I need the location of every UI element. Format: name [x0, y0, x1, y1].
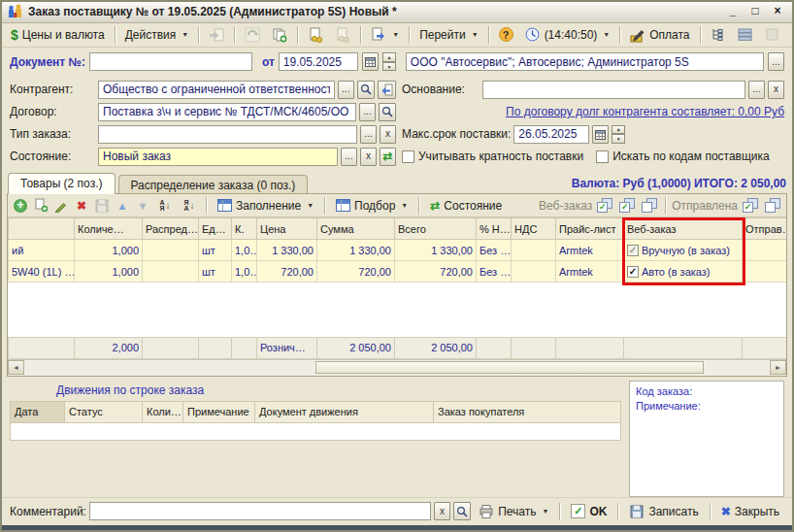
- from-label: от: [262, 55, 275, 69]
- web-order-cell[interactable]: ✓ Авто (в заказ): [627, 266, 739, 278]
- max-term-input[interactable]: [513, 125, 589, 144]
- prices-currency-button[interactable]: $ Цены и валюта: [6, 24, 110, 46]
- checkbox-checked-disabled-icon[interactable]: ✓: [627, 245, 639, 256]
- basis-ellipsis-button[interactable]: ...: [748, 81, 765, 99]
- comment-input[interactable]: [89, 502, 431, 520]
- chevron-down-icon: ▼: [307, 202, 314, 209]
- close-window-button[interactable]: ✖ Закрыть: [716, 501, 784, 522]
- order-type-ellipsis-button[interactable]: ...: [360, 125, 377, 144]
- supplier-codes-checkbox[interactable]: Искать по кодам поставщика: [596, 150, 770, 163]
- move-up-button[interactable]: ▲: [114, 197, 131, 215]
- go-button[interactable]: Перейти▼: [414, 24, 483, 46]
- fill-button[interactable]: Заполнение ▼: [213, 195, 318, 216]
- ok-button[interactable]: ✓ OK: [566, 501, 612, 522]
- checkbox-icon[interactable]: [596, 150, 609, 163]
- comment-clear-button[interactable]: x: [434, 502, 450, 520]
- add-row-button[interactable]: +: [12, 197, 29, 215]
- movements-title: Движения по строке заказа: [56, 383, 621, 397]
- chevron-down-icon: ▼: [182, 31, 188, 38]
- web-order-check-selected-button[interactable]: ✓: [617, 197, 637, 215]
- state-input[interactable]: [98, 148, 338, 166]
- checkbox-icon[interactable]: [402, 150, 414, 163]
- order-type-clear-button[interactable]: x: [380, 125, 396, 144]
- web-order-cell[interactable]: ✓ Вручную (в заказ): [627, 245, 739, 256]
- separator: [198, 26, 199, 44]
- export-document-button[interactable]: ▼: [366, 24, 404, 46]
- max-term-calendar-icon[interactable]: [592, 125, 609, 144]
- contractor-ellipsis-button[interactable]: ...: [338, 81, 354, 99]
- basis-input[interactable]: [482, 81, 745, 99]
- contractor-history-button[interactable]: [378, 81, 396, 99]
- list-settings-button[interactable]: [733, 24, 758, 46]
- maximize-button[interactable]: □: [746, 4, 764, 19]
- state-clear-button[interactable]: x: [360, 148, 377, 166]
- organization-input[interactable]: [406, 52, 764, 71]
- order-type-input[interactable]: [98, 125, 357, 144]
- copy-row-button[interactable]: [32, 197, 50, 215]
- organization-ellipsis-button[interactable]: ...: [768, 52, 784, 71]
- checkbox-checked-icon[interactable]: ✓: [627, 266, 639, 278]
- spin-up-icon[interactable]: ▲: [382, 52, 396, 62]
- contractor-input[interactable]: [98, 81, 335, 99]
- structure-button[interactable]: [706, 24, 731, 46]
- scroll-left-icon[interactable]: ◄: [8, 360, 24, 375]
- max-term-spinner[interactable]: ▲ ▼: [612, 125, 625, 144]
- goods-panel: + ✖ ▲ ▼ АЯ ↓: [7, 193, 787, 377]
- table-row[interactable]: 5W40 (1L) … 1,000 шт 1,0… 720,00 720,00 …: [9, 261, 787, 283]
- sent-check-button[interactable]: ✓: [741, 197, 760, 215]
- print-button[interactable]: Печать ▼: [474, 501, 553, 522]
- tab-distribution[interactable]: Распределение заказа (0 поз.): [118, 175, 309, 194]
- delete-row-button[interactable]: ✖: [73, 197, 90, 215]
- copy-plus-icon: [272, 27, 287, 43]
- close-button[interactable]: ×: [769, 4, 786, 19]
- spin-up-icon[interactable]: ▲: [612, 125, 625, 135]
- help-button[interactable]: ?: [494, 24, 518, 46]
- move-down-button[interactable]: ▼: [134, 197, 151, 215]
- scrollbar-thumb[interactable]: [315, 361, 704, 374]
- state-refresh-button[interactable]: ⇄: [380, 148, 396, 166]
- sort-ascending-button[interactable]: АЯ ↓: [154, 197, 176, 215]
- basis-clear-button[interactable]: x: [768, 81, 784, 99]
- separator: [700, 26, 701, 44]
- sort-descending-button[interactable]: ЯА ↓: [179, 197, 200, 215]
- row-state-button[interactable]: ⇄ Состояние: [425, 195, 507, 216]
- tree-icon: [711, 27, 726, 43]
- multiplicity-checkbox[interactable]: Учитывать кратность поставки: [402, 150, 583, 163]
- fill-from-basis-button: [204, 24, 229, 46]
- spin-down-icon[interactable]: ▼: [382, 62, 396, 72]
- contract-input[interactable]: [98, 103, 356, 121]
- scroll-right-icon[interactable]: ►: [770, 360, 786, 375]
- actions-button[interactable]: Действия▼: [120, 24, 194, 46]
- pick-button[interactable]: Подбор ▼: [331, 195, 413, 216]
- minimize-button[interactable]: _: [724, 4, 742, 19]
- contractor-search-button[interactable]: [357, 81, 375, 99]
- refresh-icon: [245, 27, 260, 43]
- supplier-order-window: Заказ поставщику № от 19.05.2025 (Админи…: [0, 0, 794, 532]
- payment-button[interactable]: Оплата: [625, 24, 694, 46]
- separator: [488, 26, 489, 44]
- web-order-check-all-button[interactable]: ✓: [595, 197, 614, 215]
- web-order-uncheck-button[interactable]: [640, 197, 659, 215]
- separator: [409, 26, 410, 44]
- save-button[interactable]: Записать: [624, 501, 703, 522]
- time-button[interactable]: (14:40:50) ▼: [520, 24, 615, 46]
- doc-number-input[interactable]: [89, 52, 252, 71]
- spin-down-icon[interactable]: ▼: [612, 134, 625, 144]
- doc-money-button[interactable]: [303, 24, 328, 46]
- horizontal-scrollbar[interactable]: ◄ ►: [8, 359, 786, 376]
- contract-search-button[interactable]: [379, 103, 396, 121]
- tab-goods[interactable]: Товары (2 поз.): [8, 173, 116, 194]
- separator: [206, 197, 207, 215]
- comment-search-button[interactable]: [453, 502, 471, 520]
- state-ellipsis-button[interactable]: ...: [341, 148, 357, 166]
- date-spinner[interactable]: ▲ ▼: [382, 52, 396, 71]
- contract-ellipsis-button[interactable]: ...: [359, 103, 376, 121]
- table-row[interactable]: ий 1,000 шт 1,0… 1 330,00 1 330,00 1 330…: [9, 240, 787, 261]
- copy-document-button[interactable]: [267, 24, 292, 46]
- contractor-debt-link[interactable]: По договору долг контрагента составляет:…: [506, 105, 784, 118]
- goods-toolbar: + ✖ ▲ ▼ АЯ ↓: [8, 194, 786, 217]
- edit-row-button[interactable]: [52, 197, 70, 215]
- calendar-icon[interactable]: [362, 52, 379, 71]
- sent-uncheck-button[interactable]: [763, 197, 782, 215]
- doc-date-input[interactable]: [279, 52, 358, 71]
